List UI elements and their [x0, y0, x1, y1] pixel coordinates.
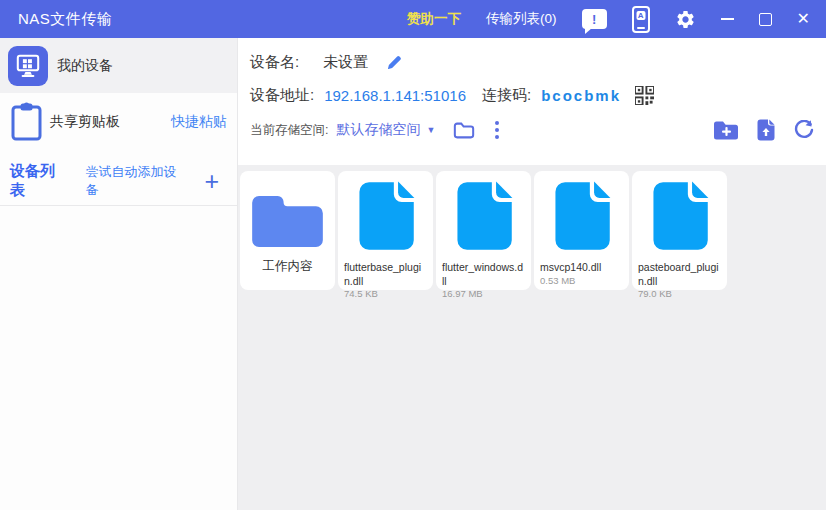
clipboard-icon [10, 102, 43, 142]
new-folder-icon[interactable] [714, 120, 738, 140]
transfer-list-button[interactable]: 传输列表(0) [486, 10, 557, 28]
mobile-app-icon[interactable]: A [632, 6, 650, 33]
device-name-value: 未设置 [323, 53, 368, 72]
device-list-label: 设备列表 [10, 162, 69, 200]
maximize-icon[interactable] [759, 13, 772, 26]
titlebar: NAS文件传输 赞助一下 传输列表(0) ! A ✕ [0, 0, 826, 38]
storage-value: 默认存储空间 [336, 121, 420, 139]
file-size: 74.5 KB [344, 288, 427, 299]
settings-gear-icon[interactable] [675, 9, 696, 30]
device-addr-value: 192.168.1.141:51016 [324, 87, 466, 104]
file-size: 16.97 MB [442, 288, 525, 299]
file-grid: 工作内容 flutterbase_plugin.dll 74.5 KB [238, 165, 826, 290]
storage-label: 当前存储空间: [250, 122, 328, 139]
storage-row: 当前存储空间: 默认存储空间 ▼ [250, 119, 816, 141]
sidebar-item-shared-clipboard[interactable]: 共享剪贴板 快捷粘贴 [0, 93, 237, 151]
device-info-panel: 设备名: 未设置 设备地址: 192.168.1.141:51016 连接码: … [238, 38, 826, 165]
main-panel: 设备名: 未设置 设备地址: 192.168.1.141:51016 连接码: … [238, 38, 826, 510]
device-name-label: 设备名: [250, 53, 299, 72]
sidebar: 我的设备 共享剪贴板 快捷粘贴 设备列表 尝试自动添加设备 + [0, 38, 238, 510]
conn-code-label: 连接码: [482, 86, 531, 105]
file-size: 79.0 KB [638, 288, 721, 299]
file-name: flutterbase_plugin.dll [344, 261, 427, 288]
file-name: pasteboard_plugin.dll [638, 261, 721, 288]
auto-add-device-link[interactable]: 尝试自动添加设备 [85, 163, 188, 199]
file-card[interactable]: flutter_windows.dll 16.97 MB [436, 171, 531, 290]
storage-select[interactable]: 默认存储空间 ▼ [336, 121, 435, 139]
feedback-chat-icon[interactable]: ! [582, 9, 607, 29]
file-size: 0.53 MB [540, 275, 623, 286]
file-card[interactable]: flutterbase_plugin.dll 74.5 KB [338, 171, 433, 290]
upload-file-icon[interactable] [757, 119, 775, 141]
folder-icon [252, 194, 323, 251]
conn-code-value: bcocbmk [541, 87, 621, 104]
file-icon [651, 181, 709, 255]
device-addr-label: 设备地址: [250, 86, 314, 105]
minimize-icon[interactable] [721, 18, 734, 20]
device-name-row: 设备名: 未设置 [250, 53, 816, 72]
file-icon [553, 181, 611, 255]
sponsor-button[interactable]: 赞助一下 [407, 10, 461, 28]
file-name: 工作内容 [246, 258, 329, 274]
close-icon[interactable]: ✕ [797, 11, 810, 27]
file-icon [357, 181, 415, 255]
refresh-icon[interactable] [794, 120, 814, 140]
quick-paste-link[interactable]: 快捷粘贴 [171, 113, 227, 131]
file-icon [455, 181, 513, 255]
device-addr-row: 设备地址: 192.168.1.141:51016 连接码: bcocbmk [250, 86, 816, 105]
edit-pencil-icon[interactable] [386, 55, 402, 71]
file-card[interactable]: msvcp140.dll 0.53 MB [534, 171, 629, 290]
file-name: flutter_windows.dll [442, 261, 525, 288]
file-card[interactable]: pasteboard_plugin.dll 79.0 KB [632, 171, 727, 290]
qr-code-icon[interactable] [635, 86, 654, 105]
add-device-button[interactable]: + [204, 169, 219, 194]
sidebar-divider [0, 205, 237, 206]
file-name: msvcp140.dll [540, 261, 623, 275]
sidebar-item-my-device[interactable]: 我的设备 [0, 38, 237, 93]
device-list-header: 设备列表 尝试自动添加设备 + [0, 163, 237, 199]
dropdown-caret-icon: ▼ [426, 125, 435, 135]
kebab-menu-icon[interactable] [495, 121, 499, 139]
computer-icon [8, 46, 48, 86]
my-device-label: 我的设备 [57, 57, 113, 75]
shared-clipboard-label: 共享剪贴板 [50, 113, 120, 131]
app-title: NAS文件传输 [18, 10, 112, 29]
file-card[interactable]: 工作内容 [240, 171, 335, 290]
open-folder-icon[interactable] [453, 121, 475, 140]
